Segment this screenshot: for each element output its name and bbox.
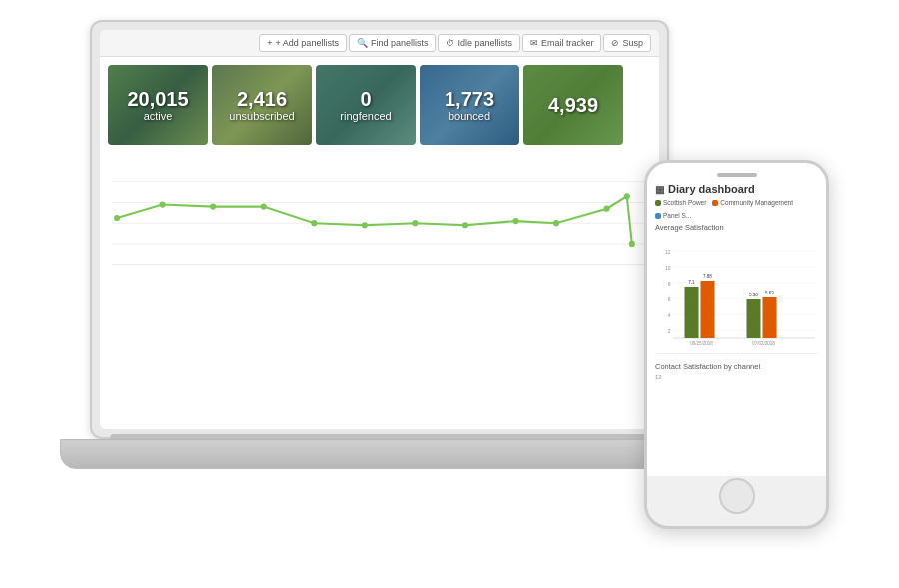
unsub-number: 2,416: [237, 88, 287, 110]
laptop: + + Add panellists 🔍 Find panellists ⏱ I…: [60, 20, 699, 539]
stats-row: 20,015 active 2,416 unsubscribed: [100, 57, 659, 153]
toolbar: + + Add panellists 🔍 Find panellists ⏱ I…: [100, 30, 659, 57]
card-overlay-active: 20,015 active: [108, 65, 208, 145]
bar-group2-community: [763, 297, 777, 338]
legend-dot-panel: [655, 213, 661, 219]
unsub-label: unsubscribed: [229, 110, 294, 122]
svg-text:5.36: 5.36: [749, 293, 758, 297]
svg-text:07/02/2018: 07/02/2018: [752, 341, 775, 345]
legend-item-scottish: Scottish Power: [655, 199, 706, 206]
phone-title: ▦ Diary dashboard: [655, 183, 818, 195]
contact-chart-yaxis: 12: [655, 374, 818, 380]
scene: + + Add panellists 🔍 Find panellists ⏱ I…: [0, 0, 899, 588]
phone-content: ▦ Diary dashboard Scottish Power Communi…: [647, 163, 826, 390]
laptop-screen-border: + + Add panellists 🔍 Find panellists ⏱ I…: [90, 20, 669, 439]
stat-card-active[interactable]: 20,015 active: [108, 65, 208, 145]
svg-point-11: [412, 220, 418, 226]
bar-group1-community: [701, 281, 715, 338]
svg-point-7: [210, 203, 216, 209]
bar-group2-scottish: [747, 299, 761, 338]
active-label: active: [144, 110, 173, 122]
svg-text:4: 4: [668, 312, 671, 318]
card-overlay-last: 4,939: [523, 65, 623, 145]
legend-dot-community: [712, 200, 718, 206]
phone-screen: ▦ Diary dashboard Scottish Power Communi…: [647, 163, 826, 476]
svg-text:7.88: 7.88: [703, 274, 712, 279]
phone-speaker: [717, 173, 757, 177]
svg-point-12: [462, 222, 468, 228]
svg-text:12: 12: [665, 249, 671, 255]
card-overlay-ringfenced: 0 ringfenced: [316, 65, 416, 145]
stat-card-unsubscribed[interactable]: 2,416 unsubscribed: [212, 65, 312, 145]
find-panellists-button[interactable]: 🔍 Find panellists: [349, 34, 437, 52]
email-icon: ✉: [530, 38, 538, 48]
svg-text:5.63: 5.63: [765, 291, 774, 295]
plus-icon: +: [267, 38, 272, 48]
phone: ▦ Diary dashboard Scottish Power Communi…: [644, 160, 829, 529]
legend-label-community: Community Management: [720, 199, 793, 206]
active-number: 20,015: [127, 88, 188, 110]
svg-point-9: [311, 220, 317, 226]
svg-text:8: 8: [668, 281, 671, 287]
bar-chart-svg: 12 10 8 6 4 2: [655, 246, 818, 345]
svg-point-13: [512, 218, 518, 224]
svg-text:7.1: 7.1: [688, 280, 695, 285]
svg-text:2: 2: [668, 328, 671, 334]
svg-text:06/25/2018: 06/25/2018: [690, 341, 713, 345]
svg-text:10: 10: [665, 265, 671, 271]
svg-point-10: [362, 222, 368, 228]
avg-satisfaction-label: Average Satisfaction: [655, 223, 818, 232]
card-overlay-unsub: 2,416 unsubscribed: [212, 65, 312, 145]
dashboard-icon: ▦: [655, 184, 664, 195]
ringfenced-number: 0: [360, 88, 371, 110]
add-panellists-button[interactable]: + + Add panellists: [259, 34, 347, 52]
svg-point-8: [261, 203, 267, 209]
idle-icon: ⏱: [446, 38, 454, 48]
stat-card-ringfenced[interactable]: 0 ringfenced: [316, 65, 416, 145]
legend-dot-scottish: [655, 200, 661, 206]
legend-label-scottish: Scottish Power: [663, 199, 706, 206]
contact-satisfaction-label: Contact Satisfaction by channel: [655, 362, 818, 371]
phone-home-button[interactable]: [719, 478, 755, 514]
bar-chart: 12 10 8 6 4 2: [655, 236, 818, 345]
svg-point-17: [629, 241, 635, 247]
legend-item-community: Community Management: [712, 199, 793, 206]
legend-item-panel: Panel S...: [655, 212, 691, 219]
card-overlay-bounced: 1,773 bounced: [420, 65, 519, 145]
email-tracker-button[interactable]: ✉ Email tracker: [522, 34, 602, 52]
line-chart-svg: [112, 161, 647, 275]
idle-panellists-button[interactable]: ⏱ Idle panellists: [438, 34, 520, 52]
legend-label-panel: Panel S...: [663, 212, 691, 219]
stat-card-last[interactable]: 4,939: [523, 65, 623, 145]
svg-point-15: [604, 206, 610, 212]
svg-point-16: [624, 193, 630, 199]
svg-point-6: [160, 201, 166, 207]
laptop-base: [60, 439, 699, 469]
suspended-button[interactable]: ⊘ Susp: [603, 34, 651, 52]
bounced-number: 1,773: [445, 88, 494, 110]
svg-point-5: [114, 215, 120, 221]
ringfenced-label: ringfenced: [340, 110, 391, 122]
svg-text:6: 6: [668, 296, 671, 302]
phone-legend: Scottish Power Community Management Pane…: [655, 199, 818, 219]
svg-point-14: [553, 220, 559, 226]
bounced-label: bounced: [449, 110, 490, 122]
bar-group1-scottish: [685, 287, 699, 338]
search-icon: 🔍: [357, 38, 368, 48]
laptop-screen: + + Add panellists 🔍 Find panellists ⏱ I…: [100, 30, 659, 429]
stat-card-bounced[interactable]: 1,773 bounced: [420, 65, 519, 145]
phone-title-text: Diary dashboard: [668, 183, 755, 195]
line-chart-area: [100, 153, 659, 283]
last-number: 4,939: [548, 94, 598, 116]
phone-divider: [655, 353, 818, 354]
suspend-icon: ⊘: [611, 38, 619, 48]
